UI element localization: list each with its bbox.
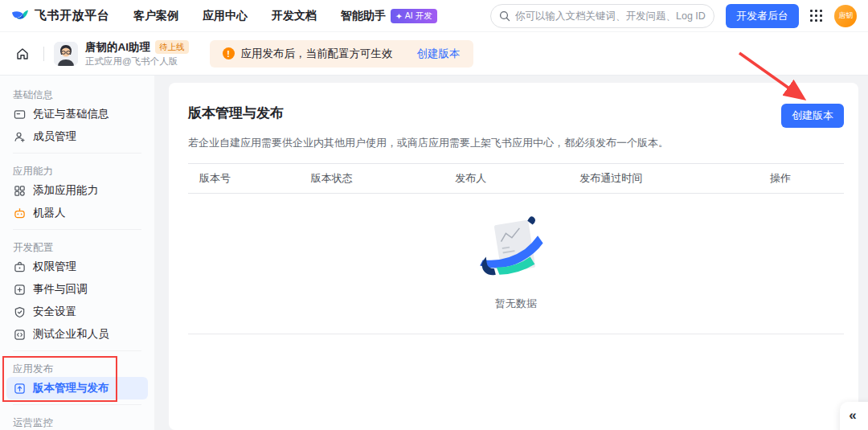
publish-icon (13, 382, 26, 395)
sidebar-item-version-management[interactable]: 版本管理与发布 (6, 377, 148, 399)
sidebar-section-publish: 应用发布 (0, 356, 154, 377)
col-actions: 操作 (759, 171, 844, 186)
empty-state-illustration (471, 215, 561, 285)
sidebar-item-bot[interactable]: 机器人 (0, 202, 154, 224)
search-input[interactable] (515, 10, 706, 22)
developer-console-button[interactable]: 开发者后台 (726, 4, 799, 28)
id-card-icon (13, 108, 26, 121)
sidebar-section-capabilities: 应用能力 (0, 158, 154, 179)
nav-item-ai-assistant[interactable]: 智能助手 ✦AI 开发 (341, 9, 437, 23)
sidebar-section-dev-config: 开发配置 (0, 235, 154, 256)
status-badge: 待上线 (155, 40, 189, 54)
sidebar-item-add-capability[interactable]: 添加应用能力 (0, 179, 154, 202)
publish-notice-banner: ! 应用发布后，当前配置方可生效 创建版本 (210, 40, 473, 68)
divider (188, 334, 844, 334)
version-table-header: 版本号 版本状态 发布人 发布通过时间 操作 (188, 163, 844, 194)
main-area: 版本管理与发布 创建版本 若企业自建应用需要供企业内其他用户使用，或商店应用需要… (154, 76, 868, 430)
divider (13, 404, 141, 405)
col-version-status: 版本状态 (300, 171, 444, 186)
sidebar-item-credentials[interactable]: 凭证与基础信息 (0, 103, 154, 125)
divider (13, 153, 141, 154)
create-version-link[interactable]: 创建版本 (417, 47, 461, 61)
home-icon[interactable] (11, 43, 34, 65)
col-publisher: 发布人 (444, 171, 568, 186)
briefcase-icon (13, 260, 26, 273)
apps-grid-icon[interactable] (810, 10, 823, 23)
user-avatar[interactable]: 唐韧 (834, 5, 857, 27)
feishu-open-platform-page: 飞书开放平台 客户案例 应用中心 开发文档 智能助手 ✦AI 开发 开发者后台 … (0, 0, 868, 430)
sparkle-icon: ✦ (395, 11, 403, 21)
body: 基础信息 凭证与基础信息 成员管理 应用能力 添加应用能力 (0, 76, 868, 430)
brand-logo[interactable]: 飞书开放平台 (11, 8, 109, 24)
divider (13, 350, 141, 351)
sidebar-item-test-org[interactable]: 测试企业和人员 (0, 323, 154, 346)
blocks-icon (13, 184, 26, 197)
empty-state: 暂无数据 (188, 194, 844, 311)
collapse-icon: « (849, 407, 856, 424)
notice-text: 应用发布后，当前配置方可生效 (241, 47, 393, 61)
nav-item-docs[interactable]: 开发文档 (272, 9, 317, 23)
page-title: 版本管理与发布 (188, 104, 284, 122)
warning-icon: ! (223, 47, 235, 59)
search-box[interactable] (490, 4, 714, 28)
app-meta: 唐韧的AI助理 待上线 正式应用@飞书个人版 (85, 40, 189, 68)
create-version-button[interactable]: 创建版本 (781, 104, 844, 128)
divider (13, 229, 141, 230)
col-approved-time: 发布通过时间 (568, 171, 759, 186)
version-management-card: 版本管理与发布 创建版本 若企业自建应用需要供企业内其他用户使用，或商店应用需要… (169, 83, 858, 430)
app-avatar[interactable] (54, 42, 78, 66)
search-icon (499, 10, 510, 22)
sidebar-item-permissions[interactable]: 权限管理 (0, 256, 154, 278)
sidebar-item-members[interactable]: 成员管理 (0, 125, 154, 148)
collapse-panel-button[interactable]: « (840, 402, 868, 430)
sidebar: 基础信息 凭证与基础信息 成员管理 应用能力 添加应用能力 (0, 76, 154, 430)
event-callback-icon (13, 283, 26, 296)
nav-item-app-center[interactable]: 应用中心 (203, 9, 248, 23)
feishu-logo-icon (11, 8, 29, 24)
top-navbar: 飞书开放平台 客户案例 应用中心 开发文档 智能助手 ✦AI 开发 开发者后台 … (0, 0, 868, 32)
code-square-icon (13, 328, 26, 341)
app-context-bar: 唐韧的AI助理 待上线 正式应用@飞书个人版 ! 应用发布后，当前配置方可生效 … (0, 32, 868, 76)
col-version-number: 版本号 (188, 171, 300, 186)
main-nav: 客户案例 应用中心 开发文档 智能助手 ✦AI 开发 (133, 9, 437, 23)
topnav-right: 开发者后台 唐韧 (490, 4, 857, 28)
sidebar-section-basic-info: 基础信息 (0, 82, 154, 103)
sidebar-section-monitoring: 运营监控 (0, 410, 154, 430)
ai-dev-badge: ✦AI 开发 (391, 9, 437, 23)
sidebar-item-events[interactable]: 事件与回调 (0, 278, 154, 301)
empty-state-text: 暂无数据 (495, 297, 537, 311)
page-description: 若企业自建应用需要供企业内其他用户使用，或商店应用需要上架飞书应用中心，都必须发… (188, 136, 844, 150)
divider (43, 47, 44, 61)
robot-icon (13, 207, 26, 219)
app-subtitle: 正式应用@飞书个人版 (85, 55, 189, 68)
nav-item-cases[interactable]: 客户案例 (133, 9, 178, 23)
member-add-icon (13, 130, 26, 143)
sidebar-item-security[interactable]: 安全设置 (0, 301, 154, 323)
brand-name: 飞书开放平台 (35, 8, 109, 23)
shield-check-icon (13, 305, 26, 318)
app-name: 唐韧的AI助理 (85, 40, 150, 55)
